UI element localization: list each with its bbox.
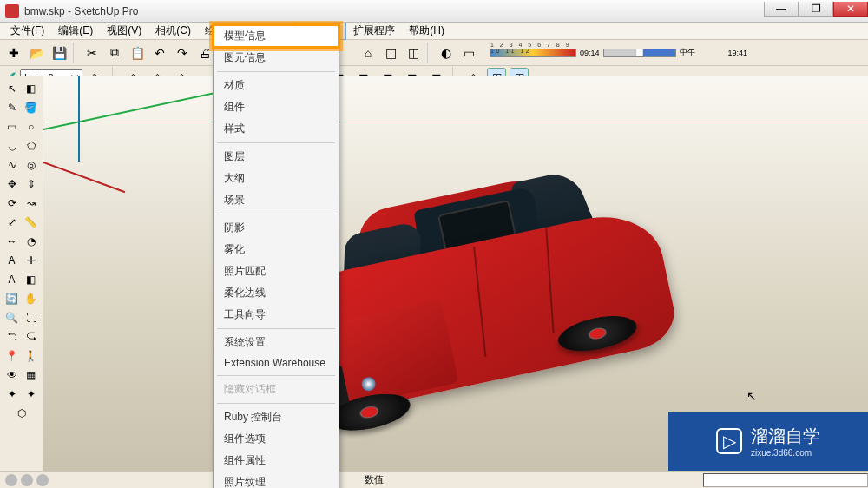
save-icon[interactable]: 💾 — [49, 43, 69, 63]
status-signin-icon[interactable] — [36, 474, 49, 486]
ext2-icon[interactable]: ✦ — [23, 386, 40, 403]
menu-item-outliner[interactable]: 大纲 — [214, 168, 339, 189]
model-icon[interactable]: ⌂ — [358, 43, 378, 63]
ext3-icon[interactable]: ⬡ — [13, 405, 30, 422]
menu-item-instructor[interactable]: 工具向导 — [214, 304, 339, 326]
menu-item-match-photo[interactable]: 照片匹配 — [214, 260, 339, 282]
open-icon[interactable]: 📂 — [26, 43, 47, 63]
ext1-icon[interactable]: ✦ — [3, 386, 21, 403]
next-icon[interactable]: ⮎ — [23, 328, 40, 346]
menu-item-ruby-console[interactable]: Ruby 控制台 — [214, 406, 339, 428]
status-credit-icon[interactable] — [21, 474, 33, 486]
measure-label: 数值 — [365, 473, 384, 486]
section-icon[interactable]: ◧ — [23, 271, 40, 288]
undo-icon[interactable]: ↶ — [149, 43, 170, 63]
menu-camera[interactable]: 相机(C) — [148, 22, 198, 40]
menu-separator — [217, 142, 335, 143]
menu-extensions[interactable]: 扩展程序 — [346, 22, 402, 40]
watermark-play-icon: ▷ — [716, 428, 742, 454]
walk-icon[interactable]: 🚶 — [23, 347, 40, 365]
dim-icon[interactable]: ↔ — [3, 233, 21, 250]
arc-icon[interactable]: ◡ — [3, 137, 21, 155]
select-icon[interactable]: ↖ — [3, 80, 21, 97]
redo-icon[interactable]: ↷ — [172, 43, 193, 63]
minimize-button[interactable]: — — [764, 2, 799, 17]
tape-icon[interactable]: 📏 — [23, 214, 40, 231]
titlebar: bmw.skp - SketchUp Pro — ❐ ✕ — [0, 0, 868, 23]
menu-item-layers[interactable]: 图层 — [214, 146, 339, 168]
menu-item-soften[interactable]: 柔化边线 — [214, 282, 339, 304]
eraser-icon[interactable]: ◧ — [23, 80, 40, 97]
cut-icon[interactable]: ✂ — [82, 43, 102, 63]
text-icon[interactable]: A — [3, 252, 21, 269]
menu-item-styles[interactable]: 样式 — [214, 118, 339, 140]
menu-view[interactable]: 视图(V) — [100, 22, 148, 40]
close-button[interactable]: ✕ — [833, 2, 868, 17]
menu-item-scenes[interactable]: 场景 — [214, 189, 339, 211]
new-icon[interactable]: ✚ — [3, 43, 24, 63]
menubar: 文件(F) 编辑(E) 视图(V) 相机(C) 绘图(R) 工具(T) 窗口(W… — [0, 23, 868, 40]
poly-icon[interactable]: ⬠ — [23, 137, 40, 155]
window-title: bmw.skp - SketchUp Pro — [24, 5, 138, 17]
3dtext-icon[interactable]: A — [3, 271, 21, 288]
menu-help[interactable]: 帮助(H) — [402, 22, 451, 40]
menu-item-preferences[interactable]: 系统设置 — [214, 332, 339, 353]
maximize-button[interactable]: ❐ — [799, 2, 833, 17]
pan-icon[interactable]: ✋ — [23, 290, 40, 307]
rect-icon[interactable]: ▭ — [3, 118, 21, 135]
axes-icon[interactable]: ✛ — [23, 252, 40, 269]
window-controls: — ❐ ✕ — [764, 5, 868, 17]
app-icon — [5, 4, 19, 18]
freehand-icon[interactable]: ∿ — [3, 156, 21, 174]
time-right-label: 19:41 — [728, 49, 748, 57]
followme-icon[interactable]: ↝ — [23, 195, 40, 212]
menu-item-shadows[interactable]: 阴影 — [214, 217, 339, 239]
menu-item-photo-textures[interactable]: 照片纹理 — [214, 472, 339, 488]
time-slider[interactable] — [603, 49, 676, 57]
zoom-icon[interactable]: 🔍 — [3, 309, 21, 326]
rotate-icon[interactable]: ⟳ — [3, 195, 21, 212]
month-labels: 1 2 3 4 5 6 7 8 9 10 11 12 — [490, 42, 575, 54]
zoomext-icon[interactable]: ⛶ — [23, 309, 40, 326]
cube-icon[interactable]: ◫ — [380, 43, 401, 63]
prev-icon[interactable]: ⮌ — [3, 328, 21, 346]
look-icon[interactable]: 👁 — [3, 366, 21, 384]
date-slider[interactable]: 1 2 3 4 5 6 7 8 9 10 11 12 — [490, 49, 576, 57]
menu-item-entity-info[interactable]: 图元信息 — [214, 47, 339, 69]
menu-file[interactable]: 文件(F) — [3, 22, 51, 40]
menu-item-extension-warehouse[interactable]: Extension Warehouse — [214, 353, 339, 373]
protractor-icon[interactable]: ◔ — [23, 233, 40, 250]
menu-item-component-attributes[interactable]: 组件属性 — [214, 450, 339, 472]
watermark-sub: zixue.3d66.com — [751, 448, 820, 458]
sandbox-icon[interactable]: ▦ — [23, 366, 40, 384]
move-icon[interactable]: ✥ — [3, 175, 21, 193]
position-icon[interactable]: 📍 — [3, 347, 21, 365]
menu-edit[interactable]: 编辑(E) — [51, 22, 100, 40]
menu-item-fog[interactable]: 雾化 — [214, 239, 339, 260]
window-menu-dropdown: 模型信息 图元信息 材质 组件 样式 图层 大纲 场景 阴影 雾化 照片匹配 柔… — [213, 24, 339, 488]
paint-icon[interactable]: 🪣 — [23, 99, 40, 116]
separator — [73, 43, 78, 63]
paste-icon[interactable]: 📋 — [127, 43, 148, 63]
menu-item-components[interactable]: 组件 — [214, 96, 339, 118]
offset-icon[interactable]: ◎ — [23, 156, 40, 174]
pushpull-icon[interactable]: ⇕ — [23, 175, 40, 193]
menu-item-component-options[interactable]: 组件选项 — [214, 428, 339, 450]
line-icon[interactable]: ✎ — [3, 99, 21, 116]
bulb-icon[interactable]: ◐ — [436, 43, 457, 63]
cube2-icon[interactable]: ◫ — [403, 43, 424, 63]
status-geo-icon[interactable] — [5, 474, 17, 486]
page-icon[interactable]: ▭ — [458, 43, 479, 63]
menu-item-materials[interactable]: 材质 — [214, 75, 339, 96]
circle-icon[interactable]: ○ — [23, 118, 40, 135]
scale-icon[interactable]: ⤢ — [3, 214, 21, 231]
axis-red — [43, 162, 125, 193]
measure-input[interactable] — [703, 473, 868, 487]
axis-blue — [78, 76, 80, 162]
menu-separator — [217, 375, 335, 376]
menu-item-model-info[interactable]: 模型信息 — [214, 25, 339, 47]
copy-icon[interactable]: ⧉ — [104, 43, 125, 63]
menu-separator — [217, 328, 335, 329]
orbit-icon[interactable]: 🔄 — [3, 290, 21, 307]
tool-palette: ↖◧ ✎🪣 ▭○ ◡⬠ ∿◎ ✥⇕ ⟳↝ ⤢📏 ↔◔ A✛ A◧ 🔄✋ 🔍⛶ ⮌… — [0, 76, 43, 471]
